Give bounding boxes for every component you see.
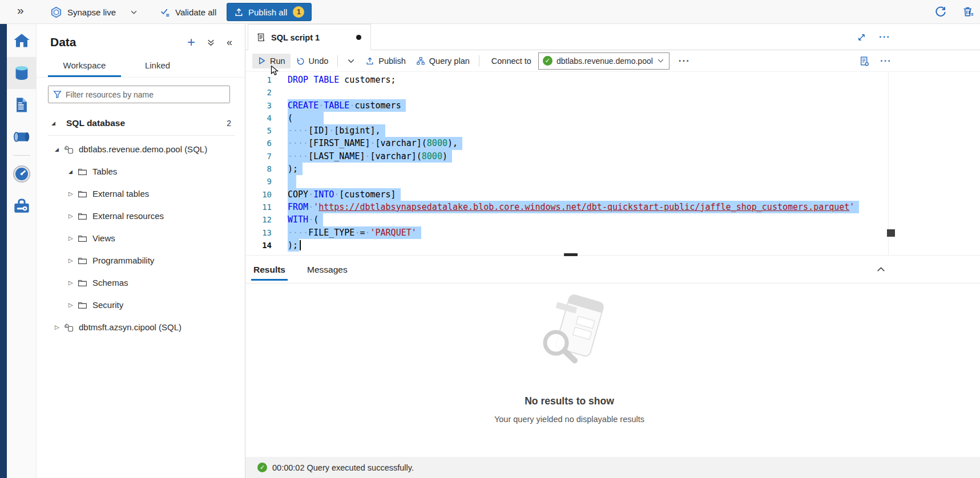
chevron-expanded-icon[interactable]: ◢ [68, 169, 78, 175]
collapse-panel-icon[interactable]: « [227, 37, 232, 48]
line-number: 11 [245, 201, 288, 213]
line-number: 6 [245, 137, 288, 149]
tab-more-options-icon[interactable]: ··· [879, 31, 890, 43]
publish-all-button[interactable]: Publish all 1 [227, 3, 312, 21]
chevron-collapsed-icon[interactable]: ▷ [68, 302, 78, 308]
properties-icon[interactable] [859, 56, 870, 67]
publish-count-badge: 1 [293, 6, 304, 18]
folder-icon [78, 300, 92, 310]
chevron-expanded-icon[interactable]: ◢ [51, 120, 61, 126]
tree-item-programmability[interactable]: ▷Programmability [37, 249, 245, 272]
publish-label: Publish [378, 56, 406, 66]
no-results-illustration [524, 293, 615, 371]
line-number: 13 [245, 226, 288, 239]
expand-sidebar-icon[interactable]: » [17, 3, 24, 17]
code-line-3: 3CREATE·TABLE·customers [245, 99, 980, 112]
nav-data-button[interactable] [7, 57, 37, 89]
tab-linked[interactable]: Linked [121, 56, 194, 77]
run-options-chevron[interactable] [342, 54, 360, 68]
folder-icon [78, 256, 92, 265]
expand-editor-icon[interactable] [857, 33, 866, 42]
tree-item-label: Security [92, 300, 123, 310]
code-text: DROP TABLE customers; [288, 74, 396, 86]
undo-button[interactable]: Undo [291, 54, 334, 68]
chevron-down-icon [657, 57, 664, 64]
code-text: ····[LAST_NAME]·[varchar](8000) [288, 150, 452, 163]
code-editor[interactable]: 1DROP TABLE customers;23CREATE·TABLE·cus… [245, 72, 980, 255]
tree-item-external-resources[interactable]: ▷External resources [37, 205, 245, 227]
tab-workspace[interactable]: Workspace [48, 56, 121, 77]
refresh-icon[interactable] [934, 6, 947, 18]
collapse-results-chevron-icon[interactable] [876, 265, 886, 274]
play-icon [257, 56, 266, 65]
code-line-6: 6····[FIRST_NAME]·[varchar](8000), [245, 137, 980, 149]
tree-item-views[interactable]: ▷Views [37, 227, 245, 249]
tree-item-tables[interactable]: ◢Tables [37, 160, 245, 183]
run-label: Run [270, 56, 285, 66]
collapse-all-icon[interactable] [207, 38, 215, 47]
folder-icon [78, 167, 92, 176]
toolbar-more-options-icon[interactable]: ··· [679, 55, 690, 67]
pane-more-options-icon[interactable]: ··· [880, 55, 892, 67]
discard-trash-icon[interactable] [962, 6, 974, 18]
chevron-collapsed-icon[interactable]: ▷ [68, 213, 78, 219]
tree-item-sql-database[interactable]: ◢ SQL database 2 [37, 112, 245, 134]
chevron-collapsed-icon[interactable]: ▷ [55, 324, 64, 330]
add-resource-button[interactable]: + [187, 37, 195, 47]
tree-item-security[interactable]: ▷Security [37, 294, 245, 316]
nav-home-button[interactable] [7, 25, 37, 57]
code-line-5: 5····[ID]·[bigint], [245, 124, 980, 137]
data-panel: Data + « Workspace Linked ◢ SQL database… [37, 24, 245, 478]
code-line-13: 13····FILE_TYPE·=·'PARQUET' [245, 226, 980, 239]
left-nav-rail [0, 24, 37, 478]
code-text: FROM·'https://dbtlabsynapsedatalake.blob… [288, 201, 859, 213]
line-number: 2 [245, 86, 288, 99]
code-text: COPY·INTO·[customers] [288, 188, 401, 201]
folder-icon [78, 233, 92, 243]
line-number: 1 [245, 74, 288, 86]
line-number: 10 [245, 188, 288, 201]
nav-manage-button[interactable] [7, 190, 37, 222]
connect-to-pool-dropdown[interactable]: ✓ dbtlabs.revenue.demo.pool [538, 52, 670, 70]
scrollbar-marker[interactable] [887, 229, 895, 237]
editor-tab-row: SQL script 1 ··· [245, 24, 980, 50]
tree-item-schemas[interactable]: ▷Schemas [37, 272, 245, 294]
code-line-8: 8); [245, 163, 980, 175]
tab-messages[interactable]: Messages [305, 256, 350, 283]
tree-item-dbtlabs-revenue-demo-pool-sql[interactable]: ◢dbtlabs.revenue.demo.pool (SQL) [37, 138, 245, 160]
editor-overview-ruler [888, 72, 889, 255]
nav-integrate-button[interactable] [7, 121, 37, 153]
chevron-down-icon [347, 57, 355, 65]
chevron-collapsed-icon[interactable]: ▷ [68, 279, 78, 286]
filter-resources-input[interactable] [66, 90, 225, 99]
nav-monitor-button[interactable] [7, 158, 37, 190]
tree-item-label: External tables [92, 189, 149, 199]
code-line-14: 14); [245, 239, 980, 252]
top-command-bar: » Synapse live Validate all Publish all … [0, 0, 980, 24]
validate-all-button[interactable]: Validate all [160, 0, 216, 24]
chevron-collapsed-icon[interactable]: ▷ [68, 257, 78, 264]
tree-item-dbtmsft-azsyn-cipool-sql[interactable]: ▷dbtmsft.azsyn.cipool (SQL) [37, 316, 245, 338]
code-line-7: 7····[LAST_NAME]·[varchar](8000) [245, 150, 980, 163]
gauge-icon [13, 165, 31, 183]
publish-button[interactable]: Publish [360, 54, 411, 68]
nav-develop-button[interactable] [7, 89, 37, 121]
chevron-collapsed-icon[interactable]: ▷ [68, 235, 78, 241]
publish-all-label: Publish all [248, 7, 287, 17]
tree-item-label: dbtlabs.revenue.demo.pool (SQL) [79, 144, 207, 154]
folder-icon [78, 278, 92, 287]
environment-selector[interactable]: Synapse live [50, 0, 138, 24]
tree-item-label: Programmability [92, 256, 154, 265]
tree-item-external-tables[interactable]: ▷External tables [37, 183, 245, 205]
code-line-11: 11FROM·'https://dbtlabsynapsedatalake.bl… [245, 201, 980, 213]
tab-sql-script-1[interactable]: SQL script 1 [248, 24, 371, 50]
query-plan-button[interactable]: Query plan [411, 54, 475, 68]
tab-results[interactable]: Results [251, 256, 288, 283]
chevron-expanded-icon[interactable]: ◢ [55, 147, 64, 152]
sql-script-pane: SQL script 1 ··· Run Undo [245, 24, 980, 478]
folder-icon [78, 211, 92, 221]
rail-divider [13, 155, 30, 156]
chevron-down-icon [130, 9, 138, 16]
tree-root-count: 2 [227, 119, 231, 128]
chevron-collapsed-icon[interactable]: ▷ [68, 191, 78, 197]
